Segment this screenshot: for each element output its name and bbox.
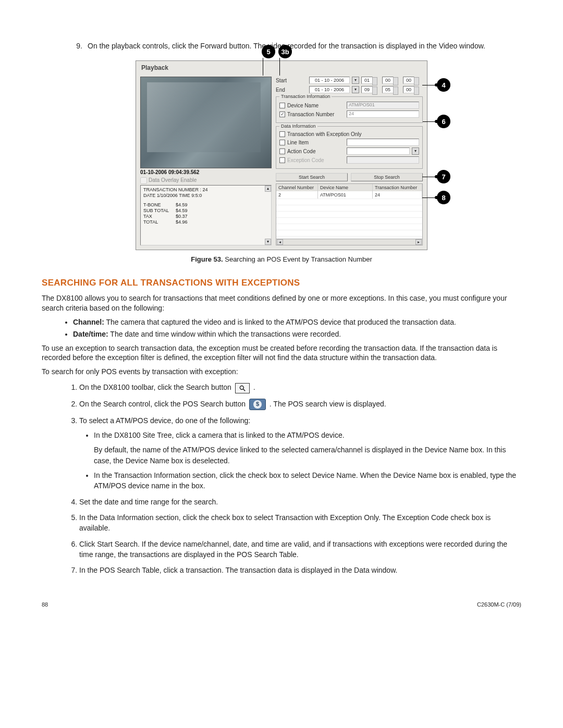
action-code-label: Action Code — [287, 149, 345, 154]
callout-4-wrap: 4 — [422, 78, 450, 92]
transaction-info-group: Transaction Information Device Name ATM/… — [276, 96, 423, 123]
start-label: Start — [276, 78, 307, 83]
step-1: On the DX8100 toolbar, click the Search … — [79, 382, 521, 393]
data-window: ▴ TRANSACTION NUMBER : 24 DATE 1/10/2006… — [140, 185, 272, 245]
step-4: Set the date and time range for the sear… — [79, 497, 521, 507]
sub-step-3a: In the DX8100 Site Tree, click a camera … — [94, 430, 521, 466]
exception-code-label: Exception Code — [287, 157, 345, 163]
callout-5: 5 — [262, 45, 275, 58]
scroll-right-icon: ▸ — [415, 239, 422, 245]
exception-only-checkbox[interactable] — [279, 131, 285, 137]
scroll-left-icon: ◂ — [277, 239, 283, 245]
receipt-item: SUB TOTAL$4.59 — [143, 208, 268, 214]
dropdown-icon[interactable]: ▾ — [352, 86, 359, 93]
receipt-line: TRANSACTION NUMBER : 24 — [143, 187, 268, 193]
callout-7-wrap: 7 — [422, 170, 450, 183]
line-item-label: Line Item — [287, 140, 345, 145]
playback-window: Playback 01-10-2006 09:04:39.562 Data Ov… — [136, 60, 427, 250]
callouts-top: 5 3b — [262, 45, 292, 58]
step-3: To select a ATM/POS device, do one of th… — [79, 415, 521, 491]
step-6: Click Start Search. If the device name/c… — [79, 539, 521, 560]
step-9-number: 9. — [73, 42, 88, 50]
end-date-input[interactable]: 01 - 10 - 2006 — [309, 86, 350, 93]
figure-53: 5 3b 4 6 7 8 Playback 01-10-2006 09:04:3… — [136, 60, 427, 250]
section-heading: SEARCHING FOR ALL TRANSACTIONS WITH EXCE… — [42, 278, 521, 288]
callout-3b: 3b — [278, 45, 292, 58]
start-search-button[interactable]: Start Search — [276, 173, 348, 181]
receipt-line: DATE 1/10/2006 TIME 9:5:0 — [143, 193, 268, 199]
col-trans: Transaction Number — [373, 184, 422, 191]
intro-paragraph: The DX8100 allows you to search for tran… — [42, 293, 521, 313]
criteria-list: Channel: The camera that captured the vi… — [42, 317, 521, 339]
min-spinner[interactable]: 05 — [382, 86, 394, 93]
playback-title: Playback — [136, 61, 427, 75]
exception-only-label: Transaction with Exception Only — [287, 131, 361, 137]
callout-8-wrap: 8 — [422, 191, 450, 204]
data-overlay-enable[interactable]: Data Overlay Enable — [140, 176, 272, 185]
callout-8: 8 — [437, 191, 450, 204]
line-item-checkbox[interactable] — [279, 140, 285, 145]
hour-spinner[interactable]: 01 — [361, 77, 373, 84]
list-item: Channel: The camera that captured the vi… — [73, 317, 521, 327]
sec-spinner[interactable]: 00 — [403, 86, 414, 93]
page-footer: 88 C2630M-C (7/09) — [42, 601, 521, 608]
sec-spinner[interactable]: 00 — [403, 77, 414, 84]
table-hscroll[interactable]: ◂▸ — [276, 239, 422, 245]
step-2: On the Search control, click the POS Sea… — [79, 399, 521, 410]
stop-search-button[interactable]: Stop Search — [351, 173, 423, 181]
col-device: Device Name — [318, 184, 373, 191]
dropdown-icon[interactable]: ▾ — [412, 147, 419, 155]
scroll-up-icon[interactable]: ▴ — [265, 186, 271, 192]
trans-num-checkbox[interactable] — [279, 112, 285, 117]
start-date-input[interactable]: 01 - 10 - 2006 — [309, 77, 350, 84]
callout-6: 6 — [437, 115, 450, 128]
step-5: In the Data Information section, click t… — [79, 512, 521, 534]
list-item: Date/time: The date and time window with… — [73, 329, 521, 339]
step-7: In the POS Search Table, click a transac… — [79, 565, 521, 575]
col-channel: Channel Number — [276, 184, 318, 191]
figure-caption: Figure 53. Searching an POS Event by Tra… — [42, 255, 521, 263]
trans-num-input[interactable]: 24 — [347, 110, 419, 118]
overlay-checkbox[interactable] — [140, 177, 147, 184]
pos-search-table[interactable]: Channel Number Device Name Transaction N… — [276, 183, 423, 245]
receipt-item: TOTAL$4.96 — [143, 219, 268, 225]
line-item-input[interactable] — [347, 139, 419, 146]
page-number: 88 — [42, 601, 48, 608]
min-spinner[interactable]: 00 — [382, 77, 394, 84]
action-code-input[interactable] — [347, 147, 410, 155]
scroll-down-icon[interactable]: ▾ — [265, 239, 271, 245]
receipt-item: T-BONE$4.59 — [143, 202, 268, 208]
sub-step-3b: In the Transaction Information section, … — [94, 470, 521, 491]
table-header: Channel Number Device Name Transaction N… — [276, 184, 422, 191]
receipt-item: TAX$0.37 — [143, 214, 268, 219]
device-name-input[interactable]: ATM/POS01 — [347, 102, 419, 109]
trans-num-label: Transaction Number — [287, 112, 345, 117]
ti-legend: Transaction Information — [279, 94, 332, 99]
di-legend: Data Information — [279, 124, 317, 129]
video-preview — [140, 77, 272, 168]
svg-point-0 — [240, 386, 243, 389]
action-code-checkbox[interactable] — [279, 149, 285, 154]
exception-note: To use an exception to search transactio… — [42, 343, 521, 363]
search-icon — [235, 383, 250, 393]
hour-spinner[interactable]: 09 — [361, 86, 373, 93]
device-name-checkbox[interactable] — [279, 103, 285, 108]
table-row[interactable]: 2 ATM/POS01 24 — [276, 191, 422, 199]
sub-step-3a-note: By default, the name of the ATM/POS devi… — [94, 445, 521, 466]
end-row: End 01 - 10 - 2006 ▾ 09 05 00 — [276, 86, 423, 93]
callout-7: 7 — [437, 170, 450, 183]
callout-line — [279, 58, 280, 76]
callout-line — [263, 58, 263, 76]
dropdown-icon[interactable]: ▾ — [352, 77, 359, 84]
end-label: End — [276, 87, 307, 93]
callout-4: 4 — [437, 78, 450, 92]
data-info-group: Data Information Transaction with Except… — [276, 126, 423, 169]
exception-code-checkbox[interactable] — [279, 157, 285, 163]
exception-code-input — [347, 156, 419, 164]
start-row: Start 01 - 10 - 2006 ▾ 01 00 00 — [276, 77, 423, 84]
timestamp: 01-10-2006 09:04:39.562 — [140, 168, 272, 176]
svg-line-1 — [243, 389, 246, 391]
doc-id: C2630M-C (7/09) — [477, 601, 521, 608]
procedure-intro: To search for only POS events by transac… — [42, 367, 521, 377]
pos-search-icon: $ — [249, 399, 266, 410]
